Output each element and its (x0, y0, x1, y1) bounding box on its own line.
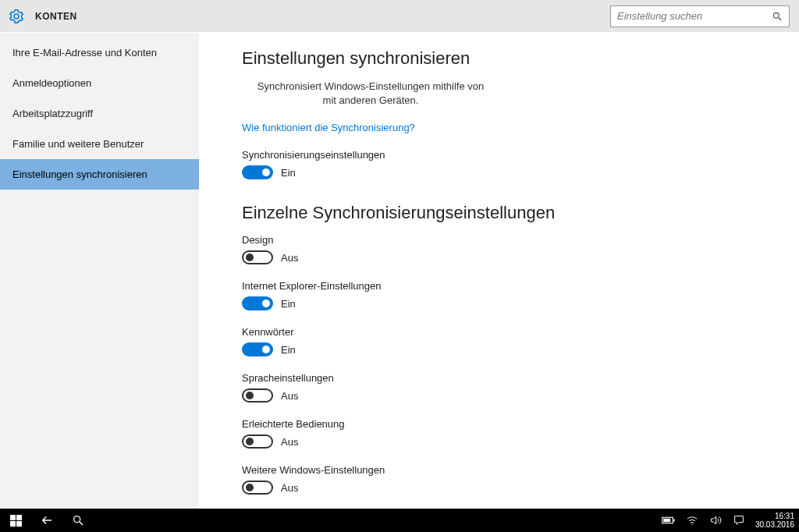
battery-icon[interactable] (657, 509, 680, 532)
toggle-switch-1[interactable] (242, 296, 273, 310)
start-button[interactable] (0, 509, 31, 532)
svg-rect-5 (673, 520, 675, 522)
toggle-switch-5[interactable] (242, 481, 273, 495)
back-button[interactable] (31, 509, 62, 532)
toggle-label: Spracheinstellungen (242, 372, 776, 384)
page-category-title: KONTEN (35, 11, 77, 22)
toggle-label: Design (242, 234, 776, 246)
search-input[interactable] (617, 10, 772, 22)
svg-line-3 (80, 522, 83, 525)
toggle-group-3: SpracheinstellungenAus (242, 372, 776, 403)
sidebar-item-0[interactable]: Ihre E-Mail-Adresse und Konten (0, 37, 199, 68)
toggle-label: Kennwörter (242, 326, 776, 338)
toggle-state-text: Aus (281, 252, 298, 264)
svg-line-1 (779, 17, 782, 20)
header-bar: KONTEN (0, 0, 799, 33)
taskbar-clock[interactable]: 16:31 30.03.2016 (751, 512, 799, 529)
toggle-group-5: Weitere Windows-EinstellungenAus (242, 464, 776, 495)
gear-icon (9, 9, 23, 23)
svg-point-7 (691, 524, 692, 525)
wifi-icon[interactable] (680, 509, 704, 532)
search-box[interactable] (610, 5, 790, 27)
volume-icon[interactable] (704, 509, 727, 532)
search-icon (772, 11, 783, 22)
svg-rect-6 (663, 519, 670, 523)
toggle-state-text: Ein (281, 167, 296, 179)
search-icon (72, 514, 84, 527)
section-heading-individual: Einzelne Synchronisierungseinstellungen (242, 203, 776, 223)
toggle-group-0: DesignAus (242, 234, 776, 264)
sidebar: Ihre E-Mail-Adresse und KontenAnmeldeopt… (0, 33, 199, 509)
sidebar-item-3[interactable]: Familie und weitere Benutzer (0, 129, 199, 159)
toggle-switch-2[interactable] (242, 342, 273, 356)
back-arrow-icon (40, 513, 54, 527)
sidebar-item-4[interactable]: Einstellungen synchronisieren (0, 159, 199, 190)
svg-point-2 (74, 516, 80, 523)
toggle-group-4: Erleichterte BedienungAus (242, 418, 776, 449)
sidebar-item-2[interactable]: Arbeitsplatzzugriff (0, 98, 199, 129)
toggle-switch-0[interactable] (242, 250, 273, 264)
toggle-state-text: Aus (281, 436, 298, 448)
taskbar-search-button[interactable] (62, 509, 94, 532)
toggle-label: Weitere Windows-Einstellungen (242, 464, 776, 476)
master-sync-toggle-group: Synchronisierungseinstellungen Ein (242, 149, 776, 179)
master-sync-toggle[interactable] (242, 165, 273, 179)
toggle-switch-3[interactable] (242, 388, 273, 403)
taskbar: 16:31 30.03.2016 (0, 509, 799, 532)
toggle-state-text: Aus (281, 390, 298, 402)
sidebar-item-1[interactable]: Anmeldeoptionen (0, 68, 199, 98)
action-center-icon[interactable] (727, 509, 751, 532)
sync-description: Synchronisiert Windows-Einstellungen mit… (242, 80, 499, 108)
sync-help-link[interactable]: Wie funktioniert die Synchronisierung? (242, 122, 415, 133)
clock-date: 30.03.2016 (755, 520, 794, 529)
section-heading-sync: Einstellungen synchronisieren (242, 48, 776, 69)
toggle-group-2: KennwörterEin (242, 326, 776, 356)
toggle-label: Erleichterte Bedienung (242, 418, 776, 430)
toggle-label: Internet Explorer-Einstellungen (242, 280, 776, 292)
toggle-state-text: Aus (281, 482, 298, 494)
toggle-state-text: Ein (281, 298, 296, 310)
svg-point-0 (773, 12, 779, 18)
windows-logo-icon (10, 515, 22, 527)
content-area: Einstellungen synchronisieren Synchronis… (199, 33, 799, 509)
toggle-state-text: Ein (281, 344, 296, 356)
toggle-label: Synchronisierungseinstellungen (242, 149, 776, 161)
toggle-group-1: Internet Explorer-EinstellungenEin (242, 280, 776, 310)
toggle-switch-4[interactable] (242, 434, 273, 449)
clock-time: 16:31 (755, 512, 794, 520)
